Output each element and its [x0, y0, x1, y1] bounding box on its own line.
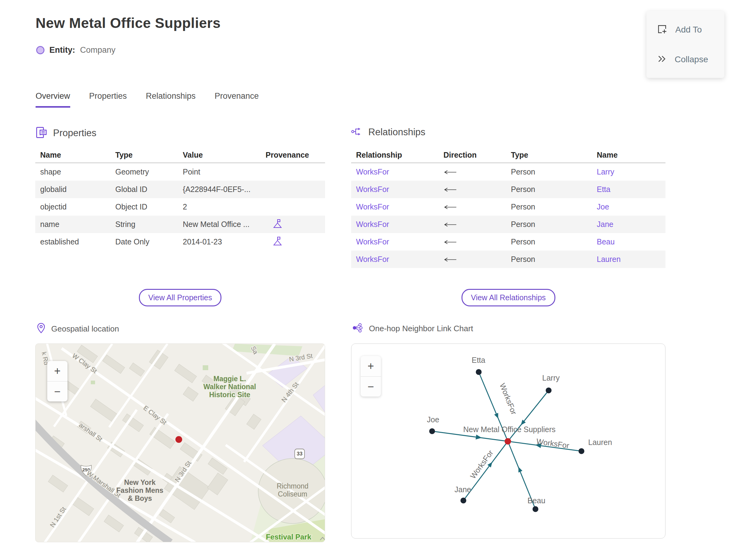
related-type: Person [506, 185, 592, 194]
prop-value: Point [178, 167, 261, 176]
one-hop-icon [352, 323, 363, 334]
green-patch [203, 365, 208, 370]
prop-value: {A228944F-0EF5-... [178, 185, 261, 194]
table-row[interactable]: WorksFor Person Etta [351, 181, 665, 198]
geospatial-section-header: Geospatial location [36, 323, 119, 335]
relationship-link[interactable]: WorksFor [351, 220, 439, 229]
table-row[interactable]: name String New Metal Office ... [35, 216, 325, 233]
table-row[interactable]: globalid Global ID {A228944F-0EF5-... [35, 181, 325, 198]
col-name: Name [592, 151, 665, 159]
relationship-link[interactable]: WorksFor [351, 167, 439, 176]
map-canvas[interactable]: 250 33 k Rd W Clay St Sa arshall St W Ma… [36, 344, 325, 542]
properties-table-header: Name Type Value Provenance [35, 147, 325, 163]
edge-label: WorksFor [536, 437, 570, 450]
entity-location-marker[interactable] [175, 436, 182, 443]
col-type: Type [506, 151, 592, 159]
node-joe[interactable] [429, 428, 435, 434]
relationship-link[interactable]: WorksFor [351, 237, 439, 246]
prop-type: Global ID [110, 185, 178, 194]
table-row[interactable]: WorksFor Person Joe [351, 198, 665, 216]
collapse-label: Collapse [675, 55, 708, 64]
col-type: Type [110, 151, 178, 159]
map-zoom-out-button[interactable]: − [47, 381, 67, 401]
prop-value: 2 [178, 202, 261, 211]
node-lauren[interactable] [579, 448, 585, 454]
related-entity-link[interactable]: Jane [592, 220, 665, 229]
related-entity-link[interactable]: Joe [592, 202, 665, 211]
prop-value: New Metal Office ... [178, 220, 261, 229]
relationships-table: Relationship Direction Type Name WorksFo… [351, 147, 665, 268]
view-all-relationships-button[interactable]: View All Relationships [461, 289, 555, 306]
map-zoom-control: + − [47, 361, 67, 401]
related-type: Person [506, 167, 592, 176]
table-row[interactable]: established Date Only 2014-01-23 [35, 233, 325, 251]
node-jane[interactable] [461, 498, 466, 504]
node-label: Lauren [588, 438, 612, 447]
relationships-section-title: Relationships [368, 127, 425, 138]
relationships-icon [351, 126, 363, 138]
col-provenance: Provenance [261, 151, 325, 159]
related-type: Person [506, 237, 592, 246]
direction-left-arrow-icon [439, 255, 506, 264]
related-entity-link[interactable]: Lauren [592, 255, 665, 264]
node-label: Jane [454, 485, 471, 494]
chart-zoom-out-button[interactable]: − [361, 376, 381, 397]
poi-label-coliseum: Richmond Coliseum [277, 482, 309, 498]
relationship-link[interactable]: WorksFor [351, 255, 439, 264]
svg-text:Coliseum: Coliseum [278, 490, 307, 498]
prop-name: established [35, 237, 110, 246]
relationship-link[interactable]: WorksFor [351, 185, 439, 194]
relationships-section-header: Relationships [351, 126, 425, 138]
svg-text:Maggie L.: Maggie L. [213, 375, 246, 383]
prop-name: name [35, 220, 110, 229]
svg-text:& Boys: & Boys [128, 494, 152, 502]
svg-text:33: 33 [297, 451, 303, 457]
related-type: Person [506, 202, 592, 211]
properties-icon [35, 126, 48, 140]
col-value: Value [178, 151, 261, 159]
chart-zoom-in-button[interactable]: + [361, 356, 381, 376]
node-larry[interactable] [546, 388, 552, 393]
related-entity-link[interactable]: Beau [592, 237, 665, 246]
node-label: Joe [427, 415, 439, 424]
node-beau[interactable] [533, 506, 539, 512]
prop-type: String [110, 220, 178, 229]
table-row[interactable]: WorksFor Person Beau [351, 233, 665, 251]
map-panel: + − [35, 343, 325, 542]
node-label: Beau [527, 496, 545, 505]
provenance-flag-icon[interactable] [261, 236, 325, 248]
prop-type: Object ID [110, 202, 178, 211]
link-chart-canvas[interactable]: WorksFor WorksFor WorksFor Etta Larry Jo… [351, 344, 665, 538]
direction-left-arrow-icon [439, 237, 506, 246]
svg-text:Historic Site: Historic Site [209, 391, 250, 399]
properties-section-title: Properties [53, 128, 96, 139]
prop-type: Date Only [110, 237, 178, 246]
node-center-selected[interactable] [505, 438, 511, 445]
svg-text:New York: New York [124, 478, 156, 486]
direction-left-arrow-icon [439, 185, 506, 194]
link-chart-section-title: One-hop Neighbor Link Chart [369, 324, 473, 333]
chart-zoom-control: + − [361, 356, 381, 397]
link-chart-panel: + − WorksFor Wo [351, 343, 665, 539]
table-row[interactable]: WorksFor Person Larry [351, 163, 665, 181]
map-pin-icon [36, 323, 46, 335]
table-row[interactable]: objectid Object ID 2 [35, 198, 325, 216]
table-row[interactable]: shape Geometry Point [35, 163, 325, 181]
map-zoom-in-button[interactable]: + [47, 361, 67, 381]
node-label: Larry [542, 374, 560, 382]
prop-value: 2014-01-23 [178, 237, 261, 246]
relationship-link[interactable]: WorksFor [351, 202, 439, 211]
properties-section-header: Properties [35, 126, 96, 140]
node-label: Etta [472, 356, 485, 364]
provenance-flag-icon[interactable] [261, 219, 325, 230]
table-row[interactable]: WorksFor Person Jane [351, 216, 665, 233]
table-row[interactable]: WorksFor Person Lauren [351, 251, 665, 268]
node-etta[interactable] [476, 369, 482, 375]
related-entity-link[interactable]: Etta [592, 185, 665, 194]
related-entity-link[interactable]: Larry [592, 167, 665, 176]
svg-text:Richmond: Richmond [277, 482, 309, 490]
view-all-properties-button[interactable]: View All Properties [139, 289, 222, 306]
add-to-label: Add To [675, 25, 702, 35]
related-type: Person [506, 255, 592, 264]
direction-left-arrow-icon [439, 167, 506, 176]
